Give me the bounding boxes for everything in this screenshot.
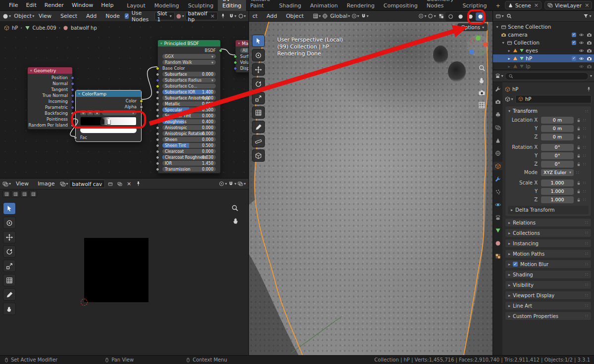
uv-face-select-button[interactable] (20, 190, 28, 197)
tab-geometry-nodes[interactable]: Geometry Nodes (422, 0, 458, 11)
menu-edit[interactable]: Edit (22, 0, 40, 11)
eye-icon[interactable] (579, 64, 584, 69)
object-breadcrumb-name[interactable]: hP (512, 87, 518, 92)
scene-unlink-icon[interactable]: × (533, 2, 539, 8)
socket-icon[interactable] (156, 67, 159, 70)
panel-motion-blur[interactable]: ▸✓Motion Blur∷ (505, 260, 592, 269)
lock-icon[interactable] (576, 181, 581, 185)
node-slider-row[interactable]: IOR1.450 (158, 160, 220, 166)
tab-animation[interactable]: Animation (305, 1, 342, 11)
tab-scene[interactable] (493, 136, 502, 144)
breadcrumb-mesh[interactable]: Cube.009 (33, 25, 56, 31)
node-slider-row[interactable]: Metallic0.000 (158, 101, 220, 107)
tab-material[interactable] (493, 239, 502, 247)
interpolation-dropdown[interactable]: ▾ (102, 110, 137, 115)
camera-render-icon[interactable] (587, 40, 592, 46)
gizmo-z-axis[interactable] (469, 49, 474, 54)
panel-custom-properties[interactable]: ▸Custom Properties∷ (505, 312, 592, 320)
tab-uv-editing[interactable]: UV Editing (218, 0, 246, 11)
editor-type-button[interactable]: ▾ (495, 72, 503, 80)
socket-icon[interactable] (234, 61, 237, 64)
editor-type-button[interactable]: ▾ (2, 180, 11, 188)
rotate-tool[interactable] (252, 78, 265, 90)
unlink-image-icon[interactable]: × (125, 180, 133, 188)
image-browse-button[interactable]: ▾ (60, 180, 68, 188)
location-z-field[interactable]: 0 m (541, 134, 574, 140)
fake-user-icon[interactable] (106, 180, 114, 188)
socket-icon[interactable] (74, 136, 77, 139)
viewport-menu-select[interactable]: ct (251, 11, 261, 22)
tab-physics[interactable] (493, 200, 502, 209)
base-color-input-row[interactable]: Base Color (158, 65, 220, 71)
lock-icon[interactable] (576, 189, 581, 194)
node-slider-row[interactable]: Clearcoat0.000 (158, 148, 220, 154)
transform-tool[interactable] (252, 106, 265, 119)
add-stop-button[interactable]: + (80, 110, 86, 115)
rotation-y-field[interactable]: 0° (541, 152, 574, 159)
tab-shading[interactable]: Shading (275, 1, 306, 11)
menu-render[interactable]: Render (41, 0, 68, 11)
snapping-magnet-icon[interactable]: ▾ (228, 180, 237, 188)
colorramp-node-header[interactable]: ▾ColorRamp (76, 91, 141, 97)
lock-icon[interactable] (576, 135, 581, 139)
node-socket-row[interactable]: Color (76, 98, 141, 104)
socket-icon[interactable] (156, 85, 159, 88)
socket-icon[interactable] (156, 102, 159, 106)
socket-icon[interactable] (156, 156, 159, 159)
grab-tool[interactable] (3, 303, 16, 315)
scale-z-field[interactable]: 1.000 (541, 196, 574, 203)
node-slider-row[interactable]: Specular Tint0.000 (158, 113, 220, 119)
pin-icon[interactable] (586, 86, 592, 92)
navigation-gizmo[interactable] (467, 35, 489, 56)
node-slider-row[interactable]: Subsurface Co... (158, 83, 220, 89)
editor-type-button[interactable]: ▾ (2, 12, 11, 20)
shader-mode-dropdown[interactable]: Object▾ (12, 12, 34, 20)
lock-icon[interactable] (576, 197, 581, 202)
use-nodes-checkbox[interactable]: ✓ Use Nodes (125, 12, 153, 20)
panel-viewport-display[interactable]: ▸Viewport Display∷ (505, 291, 592, 300)
object-browse-button[interactable]: ▾ (505, 95, 513, 103)
annotate-tool[interactable] (252, 121, 265, 133)
overlays-icon[interactable]: ▾ (238, 12, 246, 20)
properties-search-input[interactable] (505, 72, 589, 80)
tab-texture-paint[interactable]: Texture Paint (246, 0, 275, 11)
show-gizmo-icon[interactable]: ▾ (418, 12, 427, 20)
socket-icon[interactable] (71, 124, 74, 127)
tab-scripting[interactable]: Scripting (458, 1, 492, 11)
box-select-tool[interactable] (3, 202, 16, 215)
location-y-field[interactable]: 0 m (541, 125, 574, 132)
eye-icon[interactable] (579, 32, 584, 38)
tab-rendering[interactable]: Rendering (343, 1, 379, 11)
menu-file[interactable]: File (5, 0, 22, 11)
viewlayer-selector[interactable]: ViewLayer × (544, 1, 592, 9)
socket-icon[interactable] (71, 100, 74, 103)
socket-icon[interactable] (156, 150, 159, 153)
object-name-field[interactable]: hP (515, 95, 592, 103)
gizmo-y-neg[interactable] (480, 50, 485, 55)
breadcrumb-object[interactable]: hP (12, 25, 18, 31)
socket-icon[interactable] (71, 106, 74, 109)
camera-render-icon[interactable] (587, 48, 592, 53)
image-name-field[interactable]: batwolf cav (69, 180, 105, 188)
viewport-menu-object[interactable]: Object (282, 11, 308, 22)
wireframe-shading-button[interactable] (446, 12, 455, 21)
socket-icon[interactable] (156, 132, 159, 136)
panel-collections[interactable]: ▸Collections∷ (505, 228, 592, 237)
lock-icon[interactable] (576, 118, 581, 123)
move-tool[interactable] (252, 63, 265, 76)
filter-dropdown-icon[interactable]: ▾ (590, 74, 592, 78)
camera-view-icon[interactable] (478, 89, 486, 96)
scene-selector[interactable]: Scene × (505, 1, 542, 9)
remove-stop-button[interactable]: − (87, 110, 93, 115)
panel-relations[interactable]: ▸Relations∷ (505, 218, 592, 227)
material-name-field[interactable]: batwolf hp× (185, 12, 218, 20)
add-workspace-button[interactable]: + (491, 1, 504, 11)
panel-instancing[interactable]: ▸Instancing∷ (505, 239, 592, 248)
uv-vertex-select-button[interactable] (2, 190, 10, 197)
node-socket-row[interactable]: Volume (236, 59, 249, 65)
node-slider-row[interactable]: Subsurface0.000 (158, 71, 220, 77)
socket-icon[interactable] (156, 91, 159, 94)
node-socket-row[interactable]: Tangent (28, 87, 72, 92)
camera-render-icon[interactable] (587, 56, 592, 61)
tab-render[interactable] (493, 97, 502, 106)
